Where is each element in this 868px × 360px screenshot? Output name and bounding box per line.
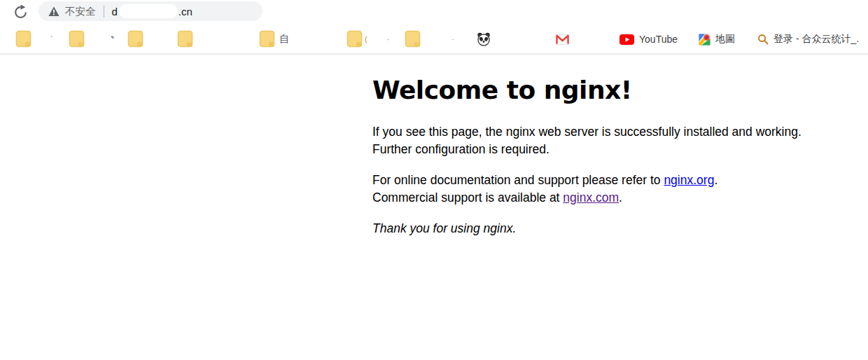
omnibox-divider: [104, 6, 104, 18]
search-icon: [757, 34, 769, 45]
bookmark-folder[interactable]: [15, 27, 31, 52]
folder-icon: [15, 30, 31, 48]
bookmark-gmail[interactable]: [556, 27, 569, 52]
folder-icon: [405, 30, 421, 48]
partial-text-fragment[interactable]: `: [50, 27, 53, 52]
sentence-period: .: [619, 191, 622, 205]
nginx-welcome-page: Welcome to nginx! If you see this page, …: [372, 76, 827, 251]
bookmark-folder[interactable]: [177, 27, 193, 52]
partial-text-fragment[interactable]: 自: [279, 27, 289, 52]
panda-icon: [477, 32, 491, 46]
redaction-blur: [119, 4, 178, 18]
bookmark-login-stats[interactable]: 登录 - 合众云统计_.: [757, 27, 859, 52]
url-start: d: [112, 6, 118, 18]
youtube-icon: [620, 34, 634, 45]
google-maps-icon: [699, 34, 710, 46]
address-bar[interactable]: 不安全 d.cn: [38, 1, 262, 21]
folder-icon: [69, 30, 85, 48]
url-text: d.cn: [112, 4, 192, 18]
bookmark-maps[interactable]: 地圖: [699, 27, 735, 52]
commercial-text: Commercial support is available at: [372, 191, 563, 205]
bookmark-folder[interactable]: [259, 27, 275, 52]
bookmark-folder[interactable]: [346, 27, 363, 52]
bookmark-folder[interactable]: [405, 27, 421, 52]
partial-text-fragment[interactable]: (: [365, 27, 368, 52]
folder-icon: [259, 30, 275, 48]
intro-paragraph: If you see this page, the nginx web serv…: [372, 123, 827, 158]
partial-text-fragment[interactable]: 〝: [106, 27, 114, 52]
bookmark-label: YouTube: [639, 34, 678, 45]
nginx-com-link[interactable]: nginx.com: [563, 191, 619, 205]
folder-icon: [127, 30, 144, 48]
sentence-period: .: [714, 173, 718, 187]
thank-you-note: Thank you for using nginx.: [372, 220, 827, 237]
bookmarks-bar: ` 〝 自 ( · · YouTube: [0, 22, 868, 55]
url-end: .cn: [178, 6, 192, 18]
reload-icon: [13, 5, 28, 20]
nginx-org-link[interactable]: nginx.org: [664, 173, 714, 187]
reload-button[interactable]: [11, 3, 29, 21]
partial-text-fragment[interactable]: ·: [451, 27, 454, 52]
folder-icon: [346, 30, 363, 48]
bookmark-folder[interactable]: [69, 27, 85, 52]
security-status-label: 不安全: [65, 5, 96, 18]
warning-triangle-icon: [48, 6, 59, 17]
gmail-icon: [556, 34, 569, 45]
bookmark-folder[interactable]: [127, 27, 144, 52]
bookmark-label: 登录 - 合众云统计_.: [774, 33, 859, 46]
folder-icon: [177, 30, 193, 48]
partial-text-fragment[interactable]: ·: [387, 27, 389, 52]
support-paragraph: For online documentation and support ple…: [372, 172, 827, 206]
bookmark-label: 地圖: [715, 33, 735, 46]
support-text: For online documentation and support ple…: [372, 173, 664, 187]
page-title: Welcome to nginx!: [372, 76, 827, 104]
bookmark-panda[interactable]: [477, 27, 491, 52]
browser-toolbar: 不安全 d.cn: [0, 0, 868, 22]
bookmark-youtube[interactable]: YouTube: [620, 27, 678, 52]
